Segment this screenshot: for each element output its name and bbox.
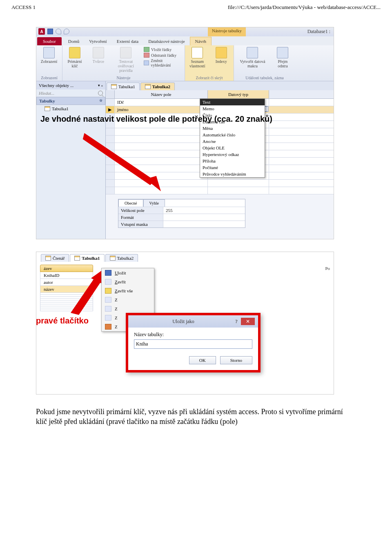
- menu-item-z2[interactable]: Z: [102, 304, 154, 313]
- prop-tab-vyhledavani[interactable]: Vyhle: [143, 199, 165, 207]
- field-empty[interactable]: [40, 309, 93, 311]
- group-label-zobrazeni: Zobrazení: [39, 76, 60, 80]
- tab-tabulka2-fig2[interactable]: Tabulka2: [105, 254, 138, 262]
- group-label-zobskryt: Zobrazit či skrýt: [187, 76, 231, 80]
- dialog-label: Název tabulky:: [134, 332, 252, 338]
- close-icon: [105, 279, 111, 285]
- dropdown-item-mena[interactable]: Měna: [200, 125, 265, 132]
- prop-velikost-label: Velikost pole: [118, 207, 163, 214]
- column-datovy-typ: Datový typ: [208, 90, 269, 98]
- field-nazev[interactable]: název: [40, 286, 93, 293]
- field-list: ázev KnihaID autor název: [40, 265, 93, 311]
- indexy-button[interactable]: Indexy: [212, 47, 232, 68]
- table-icon: [110, 256, 116, 261]
- datasheet-view-icon: [105, 306, 111, 312]
- tab-ctenar[interactable]: Čtenář: [41, 254, 69, 262]
- prejm-button[interactable]: Přejm odstra: [273, 47, 293, 68]
- tab-databazove-nastroje[interactable]: Databázové nástroje: [143, 37, 189, 45]
- ok-button[interactable]: OK: [189, 356, 216, 364]
- tab-navrh[interactable]: Návrh: [190, 37, 212, 45]
- dropdown-item-pocitane[interactable]: Počítané: [200, 164, 265, 171]
- close-icon[interactable]: ✕: [241, 318, 255, 325]
- page-header-right: file:///C:/Users/jarda/Documents/Výuka -…: [228, 4, 381, 11]
- dropdown-item-anone[interactable]: Ano/ne: [200, 138, 265, 145]
- redo-icon[interactable]: [64, 29, 69, 34]
- dropdown-item-text[interactable]: Text: [200, 99, 265, 105]
- prop-tab-obecne[interactable]: Obecné: [118, 199, 143, 207]
- nav-header[interactable]: Všechny objekty ... ▾ «: [36, 81, 105, 89]
- zmenit-vyhledavani-button[interactable]: Změnit vyhledávání: [144, 58, 182, 67]
- field-autor[interactable]: autor: [40, 279, 93, 286]
- tab-domu[interactable]: Domů: [63, 37, 85, 45]
- annotation-text-fig2: pravé tlačítko: [36, 316, 89, 326]
- tab-vytvoreni[interactable]: Vytvoření: [84, 37, 111, 45]
- table-name-input[interactable]: [134, 339, 252, 349]
- nav-item-tabulka1[interactable]: Tabulka1: [36, 105, 105, 112]
- dropdown-item-priloha[interactable]: Příloha: [200, 158, 265, 164]
- data-type-dropdown[interactable]: Text Memo Číslo Datum a čas Měna Automat…: [200, 98, 265, 178]
- primarni-klic-button[interactable]: Primární klíč: [65, 47, 85, 68]
- collapse-icon: ☆: [99, 98, 102, 103]
- dialog-title: Uložit jako: [131, 319, 235, 325]
- field-jmeno[interactable]: jméno: [115, 106, 208, 113]
- testovat-pravidla-button[interactable]: Testovat ověřovací pravidla: [112, 47, 140, 73]
- seznam-vlastnosti-button[interactable]: Seznam vlastností: [187, 47, 207, 68]
- prop-velikost-value[interactable]: 255: [163, 207, 245, 214]
- contextual-tab-header: Nástroje tabulky: [208, 27, 246, 36]
- work-tab-tabulka1[interactable]: Tabulka1: [107, 83, 140, 90]
- table-icon: [145, 84, 151, 89]
- search-box[interactable]: Hledat...: [36, 89, 105, 97]
- table-icon: [111, 84, 117, 89]
- menu-zavrit-vse[interactable]: Zavřít vše: [102, 286, 154, 295]
- dropdown-item-pruvodce[interactable]: Průvodce vyhledáváním: [200, 171, 265, 177]
- dropdown-item-hyperlink[interactable]: Hypertextový odkaz: [200, 151, 265, 158]
- menu-item-z1[interactable]: Z: [102, 295, 154, 304]
- tab-soubor[interactable]: Soubor: [37, 37, 62, 45]
- storno-button[interactable]: Storno: [220, 356, 252, 364]
- save-as-dialog: Uložit jako ? ✕ Název tabulky: OK Storno: [126, 313, 261, 372]
- help-icon[interactable]: ?: [235, 319, 238, 325]
- menu-zavrit[interactable]: Zavřít: [102, 277, 154, 286]
- prop-format-value[interactable]: [163, 214, 245, 221]
- access-app-icon: A: [38, 28, 45, 35]
- ribbon-tabs: Soubor Domů Vytvoření Externí data Datab…: [36, 36, 334, 45]
- annotation-text-fig1: Je vhodné nastavit velikost pole dle pot…: [40, 114, 272, 124]
- nav-category-tabulky[interactable]: Tabulky ☆: [36, 97, 105, 105]
- prop-maska-label: Vstupní maska: [118, 221, 163, 227]
- chevron-down-icon[interactable]: ▾ «: [98, 83, 103, 87]
- vytvorit-makra-button[interactable]: Vytvořit datová makra: [236, 47, 269, 68]
- menu-ulozit[interactable]: Uložit: [102, 268, 154, 277]
- right-column-header: Po: [325, 266, 330, 271]
- field-idc[interactable]: IDč: [115, 99, 208, 106]
- save-icon[interactable]: [47, 29, 53, 34]
- pivot-chart-icon: [105, 324, 111, 330]
- dropdown-item-autocislo[interactable]: Automatické číslo: [200, 132, 265, 138]
- zobrazeni-button[interactable]: Zobrazení: [39, 47, 59, 64]
- tvurce-button[interactable]: Tvůrce: [89, 47, 108, 64]
- pivot-table-icon: [105, 315, 111, 321]
- column-nazev-pole: Název pole: [115, 90, 208, 98]
- prop-format-label: Formát: [118, 214, 163, 221]
- dropdown-item-memo[interactable]: Memo: [200, 105, 265, 112]
- prop-maska-value[interactable]: [163, 221, 245, 227]
- save-icon: [105, 270, 111, 276]
- design-view-icon: [105, 297, 111, 303]
- group-label-udalosti: Události tabulek, zázna: [236, 76, 293, 80]
- table-icon: [45, 106, 50, 111]
- tab-tabulka1-fig2[interactable]: Tabulka1: [70, 254, 104, 262]
- work-tab-tabulka2[interactable]: Tabulka2: [140, 83, 175, 90]
- search-icon: [98, 91, 103, 96]
- vlozit-radky-button[interactable]: Vložit řádky: [144, 47, 182, 52]
- page-header-left: ACCESS 1: [11, 4, 36, 11]
- field-knihaid[interactable]: KnihaID: [40, 272, 93, 279]
- undo-icon[interactable]: [56, 29, 61, 34]
- screenshot-access-ribbon: A Nástroje tabulky Database1 : Soubor Do…: [36, 27, 334, 239]
- row-selector-icon[interactable]: ▶: [106, 106, 115, 113]
- odstranit-radky-button[interactable]: Odstranit řádky: [144, 53, 182, 58]
- tab-externi-data[interactable]: Externí data: [112, 37, 143, 45]
- field-list-header: ázev: [40, 265, 93, 272]
- table-icon: [45, 256, 51, 261]
- navigation-pane: Všechny objekty ... ▾ « Hledat... Tabulk…: [36, 81, 106, 239]
- body-paragraph: Pokud jsme nevytvořili primární klíč, vy…: [36, 407, 354, 427]
- dropdown-item-ole[interactable]: Objekt OLE: [200, 145, 265, 151]
